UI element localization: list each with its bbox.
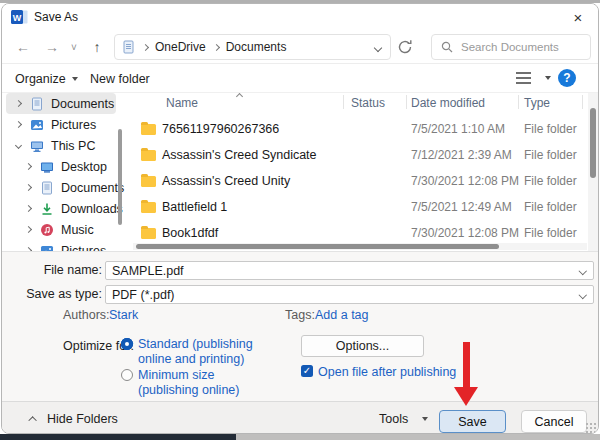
tags-label: Tags: xyxy=(285,308,315,322)
history-chevron-icon[interactable]: ˅ xyxy=(66,30,82,64)
dropdown-arrow-icon xyxy=(72,77,78,81)
sidebar-scrollbar[interactable] xyxy=(118,129,122,225)
file-type: File folder xyxy=(524,148,577,162)
close-button[interactable]: × xyxy=(566,5,590,29)
chevron-down-icon[interactable] xyxy=(578,291,586,299)
radio-minimum-label-line2[interactable]: (publishing online) xyxy=(138,383,239,397)
help-icon[interactable]: ? xyxy=(558,69,576,87)
file-row[interactable]: Battlefield 1 7/5/2021 12:49 AM File fol… xyxy=(133,194,588,220)
chevron-right-icon[interactable] xyxy=(15,100,22,107)
chevron-down-icon[interactable] xyxy=(578,267,586,275)
address-dropdown-icon[interactable] xyxy=(374,44,382,52)
chevron-right-icon[interactable] xyxy=(25,163,32,170)
file-type: File folder xyxy=(524,200,577,214)
save-as-type-value: PDF (*.pdf) xyxy=(112,288,175,302)
hide-folders-button[interactable]: Hide Folders xyxy=(31,402,118,434)
file-name: Battlefield 1 xyxy=(162,200,227,214)
add-a-tag-link[interactable]: Add a tag xyxy=(315,308,369,322)
search-icon xyxy=(441,41,453,53)
page-background-bottom-dark xyxy=(0,434,236,440)
sidebar-item-documents[interactable]: Documents xyxy=(6,93,116,114)
document-icon xyxy=(30,97,44,111)
sidebar-item-pictures[interactable]: Pictures xyxy=(6,114,116,135)
up-icon[interactable]: ↑ xyxy=(86,30,108,64)
folder-icon xyxy=(141,228,156,239)
vertical-scrollbar-handle[interactable] xyxy=(590,108,596,178)
file-name-label: File name: xyxy=(2,263,102,277)
screen: W Save As × ← → ˅ ↑ OneDrive Documents xyxy=(0,0,600,440)
file-name: Assassin's Creed Unity xyxy=(162,174,290,188)
folder-icon xyxy=(141,124,156,135)
new-folder-button[interactable]: New folder xyxy=(90,64,150,93)
breadcrumb-onedrive[interactable]: OneDrive xyxy=(155,40,206,54)
horizontal-scrollbar[interactable] xyxy=(133,243,587,250)
sidebar-item-pictures-pc[interactable]: Pictures xyxy=(6,240,116,251)
dialog-title: Save As xyxy=(34,10,78,24)
resize-grip[interactable] xyxy=(586,423,596,433)
radio-standard-label-line1[interactable]: Standard (publishing xyxy=(138,337,253,351)
open-after-publishing-label[interactable]: Open file after publishing xyxy=(318,365,456,379)
sidebar-item-documents-pc[interactable]: Documents xyxy=(6,177,116,198)
view-dropdown-arrow-icon[interactable] xyxy=(545,76,551,80)
chevron-right-icon[interactable] xyxy=(15,121,22,128)
file-name-input[interactable]: SAMPLE.pdf xyxy=(105,261,594,280)
pictures-icon xyxy=(30,118,44,132)
content-area: Documents Pictures This PC xyxy=(2,93,598,251)
column-header-name[interactable]: Name xyxy=(166,96,198,110)
search-box[interactable]: Search Documents xyxy=(431,34,591,60)
word-app-icon: W xyxy=(11,9,28,25)
sidebar-item-label: Music xyxy=(61,223,94,237)
chevron-down-icon[interactable] xyxy=(15,142,22,149)
file-date-modified: 7/30/2021 12:08 PM xyxy=(411,174,519,188)
sidebar-item-label: Pictures xyxy=(51,118,96,132)
sidebar-item-desktop[interactable]: Desktop xyxy=(6,156,116,177)
file-type: File folder xyxy=(524,226,577,240)
file-date-modified: 7/30/2021 12:08 PM xyxy=(411,226,519,240)
column-header-type[interactable]: Type xyxy=(524,96,550,110)
authors-value[interactable]: Stark xyxy=(109,308,138,322)
horizontal-scrollbar-handle[interactable] xyxy=(136,244,499,249)
back-icon[interactable]: ← xyxy=(12,30,34,64)
cancel-button[interactable]: Cancel xyxy=(521,410,587,433)
tools-button[interactable]: Tools xyxy=(379,402,428,434)
file-row[interactable]: Assassin's Creed Unity 7/30/2021 12:08 P… xyxy=(133,168,588,194)
options-button[interactable]: Options... xyxy=(301,335,424,357)
file-name-value: SAMPLE.pdf xyxy=(112,264,184,278)
sort-ascending-icon xyxy=(236,93,243,100)
radio-standard-label-line2[interactable]: online and printing) xyxy=(138,352,244,366)
sidebar-item-downloads[interactable]: Downloads xyxy=(6,198,116,219)
file-row[interactable]: Assassin's Creed Syndicate 7/12/2021 2:3… xyxy=(133,142,588,168)
file-date-modified: 7/12/2021 2:39 AM xyxy=(411,148,512,162)
sidebar-item-label: Documents xyxy=(51,97,114,111)
sidebar-item-this-pc[interactable]: This PC xyxy=(6,135,116,156)
save-as-type-select[interactable]: PDF (*.pdf) xyxy=(105,285,594,304)
column-divider[interactable] xyxy=(582,95,583,109)
chevron-right-icon[interactable] xyxy=(25,226,32,233)
forward-icon[interactable]: → xyxy=(41,30,63,64)
radio-minimum-label-line1[interactable]: Minimum size xyxy=(138,368,214,382)
music-icon xyxy=(40,223,54,237)
save-button[interactable]: Save xyxy=(439,410,506,433)
vertical-scrollbar[interactable] xyxy=(588,93,598,251)
column-divider[interactable] xyxy=(343,95,344,109)
open-after-publishing-checkbox[interactable]: ✓ xyxy=(301,365,313,377)
file-date-modified: 7/5/2021 12:49 AM xyxy=(411,200,512,214)
refresh-icon[interactable] xyxy=(396,38,414,56)
sidebar-item-label: Pictures xyxy=(61,244,106,252)
address-bar[interactable]: OneDrive Documents xyxy=(114,34,391,60)
sidebar-item-music[interactable]: Music xyxy=(6,219,116,240)
breadcrumb-documents[interactable]: Documents xyxy=(226,40,287,54)
column-header-date-modified[interactable]: Date modified xyxy=(411,96,485,110)
command-toolbar: Organize New folder ? xyxy=(2,64,598,93)
chevron-right-icon[interactable] xyxy=(25,205,32,212)
column-divider[interactable] xyxy=(406,95,407,109)
radio-minimum-size[interactable] xyxy=(121,369,133,381)
column-header-status[interactable]: Status xyxy=(351,96,385,110)
column-divider[interactable] xyxy=(518,95,519,109)
file-row[interactable]: 76561197960267366 7/5/2021 1:10 AM File … xyxy=(133,116,588,142)
organize-button[interactable]: Organize xyxy=(15,64,78,93)
page-background-bottom-light xyxy=(236,434,600,440)
chevron-right-icon[interactable] xyxy=(25,184,32,191)
view-options-icon[interactable] xyxy=(516,72,531,84)
radio-standard[interactable] xyxy=(121,338,133,350)
